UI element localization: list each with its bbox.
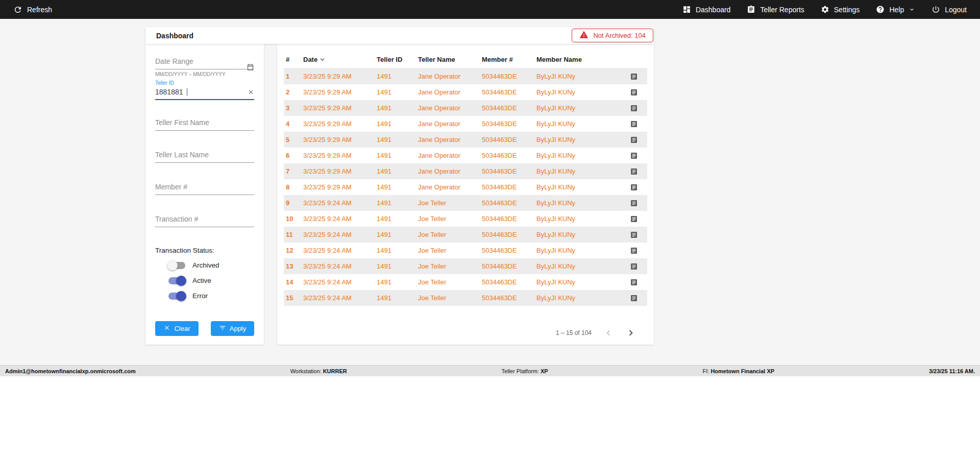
transactions-table: # Date Teller ID Teller Name (284, 51, 647, 306)
workstation-label: Workstation: (290, 368, 322, 374)
date-range-input[interactable] (155, 54, 254, 69)
note-icon[interactable] (630, 88, 638, 96)
refresh-button[interactable]: Refresh (13, 5, 52, 14)
note-icon[interactable] (630, 294, 638, 302)
active-toggle[interactable] (168, 277, 185, 284)
row-number: 15 (284, 290, 301, 306)
not-archived-badge[interactable]: Not Archived: 104 (572, 29, 653, 42)
row-member-number: 5034463DE (480, 258, 534, 274)
chevron-down-icon (909, 6, 915, 13)
table-row[interactable]: 4 3/23/25 9:29 AM 1491 Jane Operator 503… (284, 116, 647, 132)
column-teller-name[interactable]: Teller Name (416, 51, 480, 68)
teller-last-name-input[interactable] (155, 148, 254, 163)
transaction-number-input[interactable] (155, 212, 254, 227)
row-teller-id: 1491 (375, 258, 416, 274)
note-icon[interactable] (630, 262, 638, 271)
table-row[interactable]: 1 3/23/25 9:29 AM 1491 Jane Operator 503… (284, 68, 647, 84)
status-datetime: 3/23/25 11:16 AM. (929, 368, 975, 374)
error-toggle-label: Error (192, 292, 208, 300)
error-toggle[interactable] (168, 293, 185, 300)
teller-id-input[interactable] (155, 88, 187, 96)
note-icon[interactable] (630, 104, 638, 112)
table-row[interactable]: 7 3/23/25 9:29 AM 1491 Jane Operator 503… (284, 163, 647, 179)
row-member-name: ByLyJI KUNy (534, 68, 621, 84)
fi-value: Hometown Financial XP (710, 368, 774, 374)
clear-teller-id-icon[interactable] (248, 89, 254, 95)
next-page-button[interactable] (625, 327, 636, 338)
date-range-hint: MM/DD/YYYY – MM/DD/YYYY (155, 71, 254, 77)
note-icon[interactable] (630, 199, 638, 207)
note-icon[interactable] (630, 167, 638, 176)
active-toggle-label: Active (192, 277, 211, 284)
nav-teller-reports[interactable]: Teller Reports (747, 5, 804, 14)
note-icon[interactable] (630, 183, 638, 191)
table-row[interactable]: 6 3/23/25 9:29 AM 1491 Jane Operator 503… (284, 148, 647, 163)
row-teller-id: 1491 (375, 227, 416, 243)
row-note-cell (621, 243, 647, 258)
table-row[interactable]: 15 3/23/25 9:24 AM 1491 Joe Teller 50344… (284, 290, 647, 306)
topbar: Refresh Dashboard Teller Reports Setting… (0, 0, 980, 19)
row-member-name: ByLyJI KUNy (534, 274, 621, 290)
nav-dashboard[interactable]: Dashboard (682, 5, 731, 14)
table-row[interactable]: 5 3/23/25 9:29 AM 1491 Jane Operator 503… (284, 132, 647, 148)
previous-page-button[interactable] (603, 327, 614, 338)
teller-first-name-input[interactable] (155, 115, 254, 131)
table-row[interactable]: 13 3/23/25 9:24 AM 1491 Joe Teller 50344… (284, 258, 647, 274)
transactions-panel: # Date Teller ID Teller Name (277, 44, 654, 345)
note-icon[interactable] (630, 231, 638, 239)
row-member-name: ByLyJI KUNy (534, 84, 621, 100)
row-date: 3/23/25 9:29 AM (301, 132, 375, 148)
row-teller-name: Jane Operator (416, 148, 480, 163)
apply-button[interactable]: Apply (211, 321, 254, 336)
note-icon[interactable] (630, 152, 638, 160)
table-row[interactable]: 3 3/23/25 9:29 AM 1491 Jane Operator 503… (284, 100, 647, 116)
table-row[interactable]: 14 3/23/25 9:24 AM 1491 Joe Teller 50344… (284, 274, 647, 290)
help-icon (876, 5, 885, 14)
table-row[interactable]: 8 3/23/25 9:29 AM 1491 Jane Operator 503… (284, 179, 647, 195)
column-date[interactable]: Date (301, 51, 375, 68)
table-row[interactable]: 10 3/23/25 9:24 AM 1491 Joe Teller 50344… (284, 211, 647, 227)
table-row[interactable]: 9 3/23/25 9:24 AM 1491 Joe Teller 503446… (284, 195, 647, 211)
nav-logout[interactable]: Logout (932, 5, 967, 14)
table-header-row: # Date Teller ID Teller Name (284, 51, 647, 68)
note-icon[interactable] (630, 215, 638, 223)
row-date: 3/23/25 9:24 AM (301, 243, 375, 258)
note-icon[interactable] (630, 72, 638, 81)
row-number: 12 (284, 243, 301, 258)
column-number[interactable]: # (284, 51, 301, 68)
note-icon[interactable] (630, 247, 638, 255)
row-teller-name: Jane Operator (416, 132, 480, 148)
row-teller-name: Joe Teller (416, 227, 480, 243)
archived-toggle[interactable] (168, 262, 185, 269)
member-number-input[interactable] (155, 180, 254, 195)
row-member-number: 5034463DE (480, 84, 534, 100)
teller-platform-value: XP (541, 368, 548, 374)
row-teller-id: 1491 (375, 84, 416, 100)
row-number: 13 (284, 258, 301, 274)
row-note-cell (621, 163, 647, 179)
nav-dashboard-label: Dashboard (696, 6, 731, 14)
note-icon[interactable] (630, 136, 638, 144)
row-teller-name: Jane Operator (416, 163, 480, 179)
nav-help[interactable]: Help (876, 5, 915, 14)
table-row[interactable]: 12 3/23/25 9:24 AM 1491 Joe Teller 50344… (284, 243, 647, 258)
row-teller-name: Joe Teller (416, 195, 480, 211)
nav-settings[interactable]: Settings (821, 5, 860, 14)
calendar-icon[interactable] (247, 63, 254, 73)
table-row[interactable]: 2 3/23/25 9:29 AM 1491 Jane Operator 503… (284, 84, 647, 100)
not-archived-label: Not Archived: 104 (593, 32, 646, 39)
clear-button[interactable]: Clear (155, 321, 199, 336)
row-member-number: 5034463DE (480, 100, 534, 116)
column-member-number[interactable]: Member # (480, 51, 534, 68)
teller-id-field[interactable] (155, 86, 254, 100)
row-member-number: 5034463DE (480, 243, 534, 258)
row-teller-id: 1491 (375, 68, 416, 84)
row-teller-name: Joe Teller (416, 274, 480, 290)
note-icon[interactable] (630, 278, 638, 286)
column-member-name[interactable]: Member Name (534, 51, 621, 68)
note-icon[interactable] (630, 120, 638, 128)
apply-button-label: Apply (230, 325, 247, 332)
clear-button-label: Clear (174, 325, 190, 332)
column-teller-id[interactable]: Teller ID (375, 51, 416, 68)
table-row[interactable]: 11 3/23/25 9:24 AM 1491 Joe Teller 50344… (284, 227, 647, 243)
